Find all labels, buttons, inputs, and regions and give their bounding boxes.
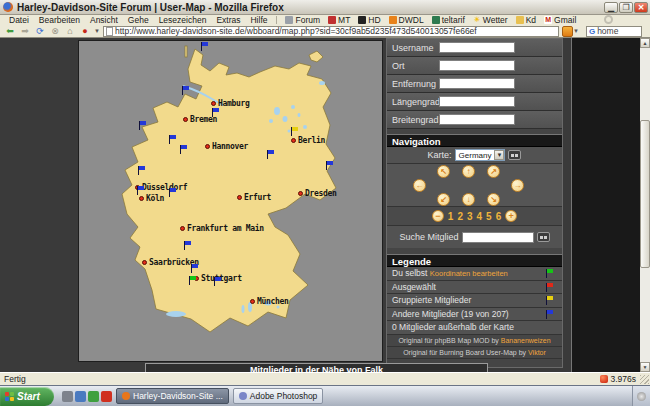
chevron-down-icon[interactable]: ▼: [494, 150, 504, 160]
back-icon[interactable]: ⬅: [4, 26, 16, 37]
menu-bearbeiten[interactable]: Bearbeiten: [34, 15, 85, 25]
blue-member-flag[interactable]: [326, 161, 334, 171]
resize-grip-icon[interactable]: [640, 375, 649, 384]
pan-up-right-button[interactable]: ↗: [487, 165, 500, 178]
entfernung-field[interactable]: [439, 78, 515, 89]
search-bar[interactable]: G: [586, 26, 642, 37]
zoom-level-2[interactable]: 2: [457, 211, 463, 222]
url-bar[interactable]: [103, 26, 559, 37]
blue-member-flag[interactable]: [138, 166, 146, 176]
stop-icon[interactable]: ⊗: [49, 26, 61, 37]
url-input[interactable]: [115, 27, 556, 36]
blue-member-flag[interactable]: [182, 86, 190, 96]
task-button-adobe-photoshop[interactable]: Adobe Photoshop: [233, 388, 324, 404]
zoom-level-4[interactable]: 4: [477, 211, 483, 222]
karte-select[interactable]: Germany ▼: [455, 149, 506, 161]
bookmark-gmail[interactable]: MGmail: [540, 15, 580, 25]
form-row-username: Username: [387, 39, 562, 57]
legend-label: 0 Mitglieder außerhalb der Karte: [392, 322, 514, 332]
reload-icon[interactable]: ⟳: [34, 26, 46, 37]
vertical-scrollbar[interactable]: ▲ ▼: [640, 38, 650, 372]
go-dropdown-icon[interactable]: ▼: [573, 28, 579, 34]
restore-button[interactable]: ❐: [619, 2, 633, 13]
teltarif-bookmark-icon: [432, 16, 440, 24]
quick-launch-icon-4[interactable]: [101, 391, 112, 402]
username-field[interactable]: [439, 42, 515, 53]
blue-member-flag[interactable]: [267, 150, 275, 160]
minimize-button[interactable]: ▁: [604, 2, 618, 13]
mt-bookmark-icon: [328, 16, 336, 24]
menu-gehe[interactable]: Gehe: [123, 15, 154, 25]
edit-coordinates-link[interactable]: Koordinaten bearbeiten: [430, 269, 508, 278]
quick-launch-icon-1[interactable]: [62, 391, 73, 402]
credit-line-2: Original für Burning Board User-Map by V…: [387, 347, 562, 359]
pan-up-left-button[interactable]: ↖: [437, 165, 450, 178]
forward-icon[interactable]: ➡: [19, 26, 31, 37]
bookmark-mt[interactable]: MT: [324, 15, 354, 25]
task-button-harley-davidson-site[interactable]: Harley-Davidson-Site ...: [116, 388, 229, 404]
blue-member-flag[interactable]: [191, 264, 199, 274]
pan-up-button[interactable]: ↑: [462, 165, 475, 178]
blue-member-flag[interactable]: [214, 277, 222, 287]
pan-down-left-button[interactable]: ↙: [437, 193, 450, 206]
go-button[interactable]: [562, 26, 573, 37]
bookmark-kd[interactable]: Kd: [512, 15, 540, 25]
zoom-in-button[interactable]: +: [505, 210, 517, 222]
l-ngengrad-field[interactable]: [439, 96, 515, 107]
user-map-germany[interactable]: HamburgBremenHannoverBerlinDüsseldorfKöl…: [78, 40, 383, 362]
member-search-input[interactable]: [462, 232, 534, 243]
city-dot: [205, 144, 210, 149]
extension-icon[interactable]: ●: [79, 26, 91, 37]
blue-member-flag[interactable]: [184, 241, 192, 251]
blue-member-flag[interactable]: [180, 145, 188, 155]
scroll-up-icon[interactable]: ▲: [640, 38, 650, 48]
home-icon[interactable]: ⌂: [64, 26, 76, 37]
quick-launch-icon-2[interactable]: [75, 391, 86, 402]
pan-down-right-button[interactable]: ↘: [487, 193, 500, 206]
ort-field[interactable]: [439, 60, 515, 71]
blue-member-flag[interactable]: [137, 186, 145, 196]
green-member-flag[interactable]: [189, 276, 197, 286]
scroll-down-icon[interactable]: ▼: [640, 362, 650, 372]
blue-member-flag[interactable]: [139, 121, 147, 131]
zoom-level-3[interactable]: 3: [467, 211, 473, 222]
blue-member-flag[interactable]: [212, 108, 220, 118]
pan-left-button[interactable]: ←: [413, 179, 426, 192]
bookmark-wetter[interactable]: ☀Wetter: [469, 15, 512, 25]
city-dot: [142, 260, 147, 265]
task-icon: [239, 392, 247, 400]
zoom-level-5[interactable]: 5: [486, 211, 492, 222]
zoom-level-6[interactable]: 6: [496, 211, 502, 222]
blue-member-flag[interactable]: [169, 135, 177, 145]
yellow-member-flag[interactable]: [291, 127, 299, 137]
blue-member-flag[interactable]: [201, 42, 209, 52]
bookmark-hd[interactable]: HD: [354, 15, 384, 25]
blue-member-flag[interactable]: [169, 188, 177, 198]
karte-go-button[interactable]: [508, 150, 521, 160]
pan-right-button[interactable]: →: [511, 179, 524, 192]
menu-datei[interactable]: Datei: [4, 15, 34, 25]
form-row-l-ngengrad: Längengrad: [387, 93, 562, 111]
breitengrad-field[interactable]: [439, 114, 515, 125]
pan-down-button[interactable]: ↓: [462, 193, 475, 206]
credit-link-bananenweizen[interactable]: Bananenweizen: [501, 337, 551, 344]
menu-extras[interactable]: Extras: [211, 15, 245, 25]
close-button[interactable]: ✕: [634, 2, 648, 13]
city-label: Hannover: [212, 142, 248, 151]
menu-hilfe[interactable]: Hilfe: [245, 15, 272, 25]
zoom-level-1[interactable]: 1: [448, 211, 454, 222]
menu-lesezeichen[interactable]: Lesezeichen: [154, 15, 212, 25]
credit-link-viktor[interactable]: Viktor: [528, 349, 546, 356]
web-search-input[interactable]: [597, 27, 639, 36]
bookmark-dwdl[interactable]: DWDL: [385, 15, 428, 25]
zoom-out-button[interactable]: −: [432, 210, 444, 222]
scrollbar-thumb[interactable]: [640, 120, 650, 268]
start-button[interactable]: Start: [0, 387, 54, 406]
menu-ansicht[interactable]: Ansicht: [85, 15, 123, 25]
bookmark-forum[interactable]: Forum: [281, 15, 324, 25]
quick-launch-icon-3[interactable]: [88, 391, 99, 402]
toolbar-dropdown-icon[interactable]: ▼: [94, 28, 100, 34]
bookmark-teltarif[interactable]: teltarif: [428, 15, 469, 25]
tray-icon[interactable]: [637, 392, 646, 401]
member-search-button[interactable]: [537, 232, 550, 242]
